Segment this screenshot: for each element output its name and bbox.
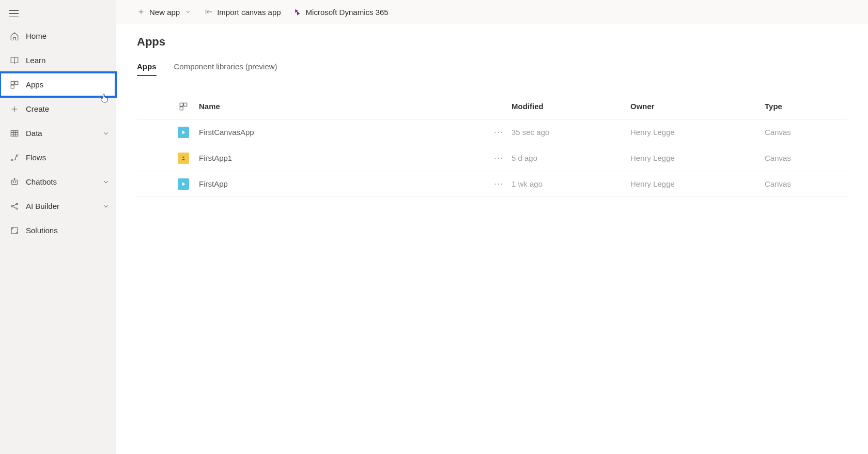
app-name: FirstApp1 xyxy=(199,154,486,162)
svg-rect-0 xyxy=(11,81,14,84)
app-icon-cell xyxy=(168,153,199,164)
sidebar-item-label: Create xyxy=(26,104,110,113)
dynamics-label: Microsoft Dynamics 365 xyxy=(306,8,389,17)
svg-point-10 xyxy=(11,159,12,161)
ai-builder-icon xyxy=(9,201,20,211)
app-modified: 1 wk ago xyxy=(512,179,630,188)
app-icon-cell xyxy=(168,178,199,190)
hamburger-icon[interactable] xyxy=(9,10,19,17)
sidebar-item-label: Apps xyxy=(26,80,110,89)
svg-rect-2 xyxy=(11,85,14,88)
chevron-down-icon xyxy=(102,130,110,137)
dynamics-365-button[interactable]: Microsoft Dynamics 365 xyxy=(293,8,389,17)
column-header-modified[interactable]: Modified xyxy=(512,102,630,111)
dynamics-icon xyxy=(293,8,302,16)
sidebar-item-apps[interactable]: Apps xyxy=(0,72,116,97)
row-more-button[interactable]: ··· xyxy=(486,178,512,189)
sidebar-item-flows[interactable]: Flows xyxy=(0,145,116,170)
sidebar-item-create[interactable]: Create xyxy=(0,97,116,121)
apps-grid-icon xyxy=(9,80,20,90)
app-owner: Henry Legge xyxy=(630,154,765,162)
import-icon xyxy=(205,8,213,16)
svg-rect-12 xyxy=(11,180,18,184)
import-canvas-button[interactable]: Import canvas app xyxy=(205,8,281,17)
column-header-type[interactable]: Type xyxy=(765,102,847,111)
plus-icon xyxy=(9,104,20,114)
app-root: Home Learn Apps Create xyxy=(0,0,868,454)
svg-point-31 xyxy=(183,156,184,158)
chevron-down-icon xyxy=(184,8,192,16)
book-icon xyxy=(9,55,20,66)
tab-apps[interactable]: Apps xyxy=(137,62,157,76)
plus-icon xyxy=(137,8,145,16)
row-more-button[interactable]: ··· xyxy=(486,153,512,163)
canvas-app-icon xyxy=(178,178,189,190)
app-name: FirstCanvasApp xyxy=(199,128,486,137)
new-app-label: New app xyxy=(149,8,180,17)
page-title: Apps xyxy=(137,35,847,49)
sidebar: Home Learn Apps Create xyxy=(0,0,116,454)
svg-rect-1 xyxy=(15,81,18,84)
svg-point-19 xyxy=(16,208,18,209)
home-icon xyxy=(9,31,20,41)
solutions-icon xyxy=(9,225,20,236)
app-type: Canvas xyxy=(765,128,847,137)
chevron-down-icon xyxy=(102,178,110,186)
sidebar-item-learn[interactable]: Learn xyxy=(0,48,116,72)
tab-component-libraries[interactable]: Component libraries (preview) xyxy=(174,62,277,76)
sidebar-item-label: Learn xyxy=(26,56,110,65)
table-header-row: Name Modified Owner Type xyxy=(137,94,847,119)
flows-icon xyxy=(9,153,20,163)
svg-rect-27 xyxy=(180,103,183,106)
canvas-app-icon xyxy=(178,127,189,138)
svg-rect-29 xyxy=(180,107,183,110)
apps-table: Name Modified Owner Type FirstCanvasApp … xyxy=(137,94,847,197)
import-canvas-label: Import canvas app xyxy=(217,8,281,17)
svg-line-20 xyxy=(13,204,16,206)
tab-label: Component libraries (preview) xyxy=(174,62,277,71)
svg-point-16 xyxy=(16,181,17,183)
app-type: Canvas xyxy=(765,154,847,162)
command-bar: New app Import canvas app Microsoft Dyna… xyxy=(116,0,868,24)
new-app-button[interactable]: New app xyxy=(137,8,192,17)
table-row[interactable]: FirstApp ··· 1 wk ago Henry Legge Canvas xyxy=(137,171,847,197)
svg-rect-28 xyxy=(184,103,187,106)
hamburger-row xyxy=(0,3,116,24)
app-modified: 5 d ago xyxy=(512,154,630,162)
svg-point-15 xyxy=(13,181,14,183)
tabs: Apps Component libraries (preview) xyxy=(137,62,847,76)
chatbot-icon xyxy=(9,177,20,187)
row-more-button[interactable]: ··· xyxy=(486,127,512,138)
sidebar-item-data[interactable]: Data xyxy=(0,121,116,145)
app-icon-cell xyxy=(168,127,199,138)
svg-point-17 xyxy=(11,205,13,207)
svg-marker-32 xyxy=(182,182,185,186)
app-modified: 35 sec ago xyxy=(512,128,630,137)
sidebar-item-label: Solutions xyxy=(26,226,110,235)
column-header-name[interactable]: Name xyxy=(199,102,486,111)
content-area: Apps Apps Component libraries (preview) … xyxy=(116,24,868,454)
app-name: FirstApp xyxy=(199,179,486,188)
canvas-app-icon xyxy=(178,153,189,164)
sidebar-item-chatbots[interactable]: Chatbots xyxy=(0,170,116,194)
sidebar-item-home[interactable]: Home xyxy=(0,24,116,48)
sidebar-item-label: Data xyxy=(26,129,102,138)
app-owner: Henry Legge xyxy=(630,128,765,137)
sidebar-item-label: Home xyxy=(26,32,110,40)
chevron-down-icon xyxy=(102,203,110,210)
sidebar-item-label: Chatbots xyxy=(26,177,102,186)
data-table-icon xyxy=(9,128,20,139)
sidebar-item-solutions[interactable]: Solutions xyxy=(0,218,116,243)
column-header-owner[interactable]: Owner xyxy=(630,102,765,111)
tab-label: Apps xyxy=(137,62,157,71)
type-column-icon[interactable] xyxy=(168,102,199,111)
svg-marker-30 xyxy=(182,130,185,134)
main: New app Import canvas app Microsoft Dyna… xyxy=(116,0,868,454)
svg-rect-5 xyxy=(11,130,18,136)
table-row[interactable]: FirstCanvasApp ··· 35 sec ago Henry Legg… xyxy=(137,119,847,145)
svg-line-21 xyxy=(13,206,16,208)
sidebar-item-label: AI Builder xyxy=(26,202,102,210)
sidebar-item-ai-builder[interactable]: AI Builder xyxy=(0,194,116,218)
app-owner: Henry Legge xyxy=(630,179,765,188)
table-row[interactable]: FirstApp1 ··· 5 d ago Henry Legge Canvas xyxy=(137,145,847,171)
